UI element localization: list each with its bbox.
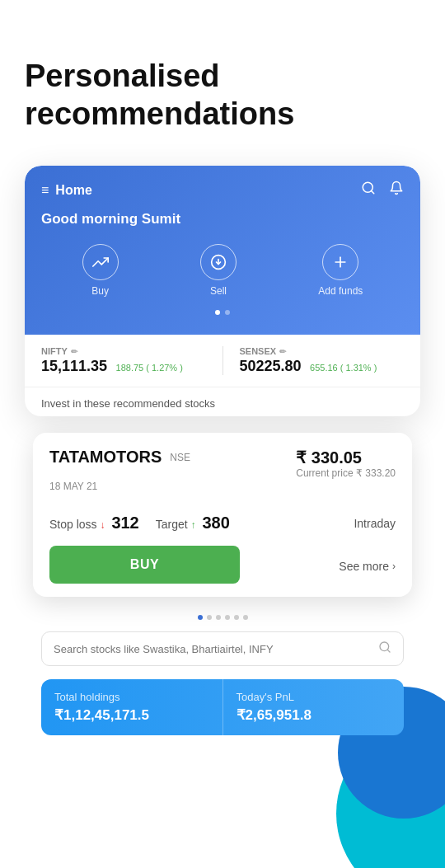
carousel-dots-top — [41, 310, 404, 315]
hamburger-icon: ≡ — [41, 183, 49, 198]
chevron-right-icon: › — [392, 561, 396, 572]
stock-name: TATAMOTORS — [49, 448, 162, 467]
card-header: ≡ Home — [41, 181, 404, 199]
sensex-value-row: 50225.80 655.16 ( 1.31% ) — [240, 358, 405, 375]
svg-line-7 — [387, 650, 390, 652]
holdings-bar: Total holdings ₹1,12,45,171.5 Today's Pn… — [41, 679, 404, 735]
stop-loss-item: Stop loss ↓ 312 — [49, 514, 139, 533]
price-value: 330.05 — [312, 448, 362, 467]
price-symbol: ₹ — [296, 448, 307, 467]
target-value: 380 — [202, 514, 229, 532]
total-holdings-cell: Total holdings ₹1,12,45,171.5 — [41, 679, 223, 735]
stock-details-row: Stop loss ↓ 312 Target ↑ 380 Intraday — [49, 514, 396, 533]
pg-dot-3 — [216, 615, 221, 620]
action-buttons-row: Buy Sell Add funds — [41, 244, 404, 297]
stock-recommendation-card: TATAMOTORS NSE ₹ 330.05 Current price ₹ … — [33, 433, 412, 597]
pencil-icon-2: ✏ — [279, 347, 286, 356]
pg-dot-4 — [225, 615, 230, 620]
recommend-label: Invest in these recommended stocks — [25, 387, 420, 416]
greeting-text: Good morning Sumit — [41, 211, 404, 228]
add-funds-icon — [322, 244, 358, 280]
buy-label: Buy — [91, 285, 109, 297]
pg-dot-6 — [243, 615, 248, 620]
buy-icon — [82, 244, 119, 280]
stock-price: ₹ 330.05 — [296, 448, 396, 467]
sell-label: Sell — [210, 285, 227, 297]
search-icon — [378, 640, 391, 657]
pnl-value: ₹2,65,951.8 — [237, 706, 391, 724]
sensex-change: 655.16 ( 1.31% ) — [310, 363, 377, 373]
stop-loss-arrow: ↓ — [100, 519, 105, 531]
search-bar[interactable] — [41, 631, 404, 666]
sensex-value: 50225.80 — [240, 358, 302, 374]
svg-line-1 — [371, 191, 373, 194]
see-more-row: See more › — [339, 560, 396, 573]
nifty-value-row: 15,111.35 188.75 ( 1.27% ) — [41, 358, 206, 375]
pg-dot-5 — [234, 615, 239, 620]
nifty-value: 15,111.35 — [41, 358, 107, 374]
nifty-index: NIFTY ✏ 15,111.35 188.75 ( 1.27% ) — [41, 346, 223, 375]
add-funds-action[interactable]: Add funds — [318, 244, 363, 297]
pnl-cell: Today's PnL ₹2,65,951.8 — [223, 679, 405, 735]
total-holdings-value: ₹1,12,45,171.5 — [54, 706, 209, 724]
nifty-change: 188.75 ( 1.27% ) — [116, 363, 183, 373]
stock-exchange: NSE — [170, 452, 190, 463]
stock-date: 18 MAY 21 — [49, 481, 97, 492]
buy-button[interactable]: BUY — [49, 546, 240, 584]
header-icons — [361, 181, 404, 199]
target-item: Target ↑ 380 — [156, 514, 230, 533]
current-price: Current price ₹ 333.20 — [296, 467, 396, 479]
trade-type: Intraday — [354, 517, 396, 530]
menu-home[interactable]: ≡ Home — [41, 183, 92, 198]
search-input[interactable] — [54, 643, 370, 655]
pg-dot-2 — [207, 615, 212, 620]
add-funds-label: Add funds — [318, 285, 363, 297]
phone-mockup-card: ≡ Home Good morning Sumit — [25, 166, 420, 416]
sensex-index: SENSEX ✏ 50225.80 655.16 ( 1.31% ) — [223, 346, 405, 375]
total-holdings-label: Total holdings — [54, 691, 209, 703]
sensex-label: SENSEX ✏ — [240, 346, 405, 356]
stop-loss-target: Stop loss ↓ 312 Target ↑ 380 — [49, 514, 230, 533]
see-more-label: See more — [339, 560, 389, 573]
sell-action[interactable]: Sell — [200, 244, 237, 297]
nifty-label: NIFTY ✏ — [41, 346, 206, 356]
search-icon[interactable] — [361, 181, 376, 199]
pencil-icon: ✏ — [71, 347, 77, 356]
stock-price-col: ₹ 330.05 Current price ₹ 333.20 — [296, 448, 396, 479]
sell-icon — [200, 244, 237, 280]
target-arrow: ↑ — [191, 519, 196, 531]
stock-name-row: TATAMOTORS NSE — [49, 448, 190, 467]
buy-action[interactable]: Buy — [82, 244, 119, 297]
home-label: Home — [55, 183, 91, 198]
pnl-label: Today's PnL — [237, 691, 391, 703]
card-bottom-row: BUY See more › — [49, 546, 396, 584]
hero-section: Personalised recommendations — [25, 0, 420, 166]
hero-heading: Personalised recommendations — [25, 58, 420, 133]
indices-section: NIFTY ✏ 15,111.35 188.75 ( 1.27% ) SENSE… — [25, 335, 420, 387]
pg-dot-1 — [198, 615, 203, 620]
stock-header: TATAMOTORS NSE ₹ 330.05 Current price ₹ … — [49, 448, 396, 479]
dot-1 — [215, 310, 220, 315]
bell-icon[interactable] — [389, 181, 404, 199]
card-top-section: ≡ Home Good morning Sumit — [25, 166, 420, 335]
pagination-dots — [25, 610, 420, 631]
see-more-button[interactable]: See more › — [339, 560, 396, 573]
stop-loss-value: 312 — [111, 514, 138, 532]
dot-2 — [225, 310, 230, 315]
